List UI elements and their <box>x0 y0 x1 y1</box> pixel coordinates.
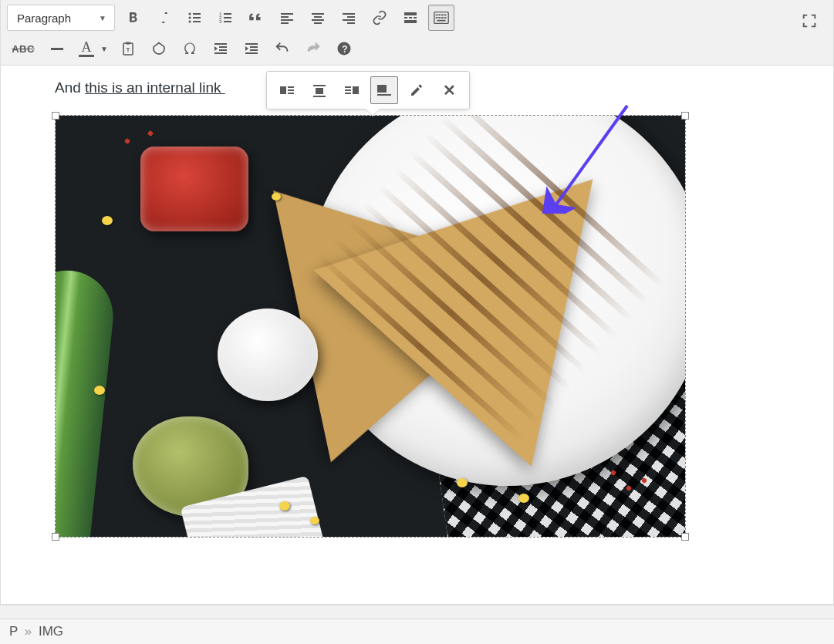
svg-rect-21 <box>347 16 355 18</box>
svg-rect-4 <box>193 17 201 19</box>
pencil-icon <box>409 83 424 98</box>
internal-link[interactable]: this is an internal link <box>85 79 225 96</box>
svg-rect-17 <box>314 16 322 18</box>
svg-rect-58 <box>316 88 323 94</box>
omega-icon <box>182 41 198 56</box>
resize-handle-bottom-right[interactable] <box>681 533 689 541</box>
svg-rect-19 <box>314 22 322 24</box>
svg-rect-43 <box>214 43 227 45</box>
indent-button[interactable] <box>238 35 265 62</box>
strikethrough-button[interactable]: ABC <box>7 35 39 62</box>
svg-rect-23 <box>347 22 355 24</box>
clear-formatting-button[interactable] <box>146 35 172 62</box>
image-inline-toolbar: ✕ <box>266 71 470 110</box>
img-remove-button[interactable]: ✕ <box>435 76 463 104</box>
help-icon: ? <box>336 41 352 56</box>
fullscreen-button[interactable] <box>796 8 822 34</box>
svg-rect-10 <box>224 17 231 19</box>
img-align-left-button[interactable] <box>273 76 301 104</box>
svg-rect-50 <box>245 52 258 54</box>
indent-icon <box>244 41 259 56</box>
bulleted-list-button[interactable] <box>181 5 208 31</box>
svg-rect-44 <box>219 46 227 48</box>
svg-point-1 <box>188 16 191 19</box>
resize-handle-top-right[interactable] <box>681 112 689 120</box>
img-edit-button[interactable] <box>403 76 431 104</box>
svg-rect-27 <box>414 17 417 19</box>
text-color-button[interactable]: A <box>75 35 98 62</box>
editor-content[interactable]: And this is an internal link e. ✕ <box>1 65 833 605</box>
italic-button[interactable] <box>150 5 177 31</box>
read-more-button[interactable] <box>397 5 424 31</box>
blockquote-icon <box>248 9 265 26</box>
italic-icon <box>156 10 171 25</box>
svg-rect-5 <box>193 21 201 22</box>
read-more-icon <box>403 10 418 25</box>
bold-button[interactable] <box>120 5 146 31</box>
paragraph-before: And <box>55 79 85 96</box>
svg-rect-38 <box>437 20 446 22</box>
svg-rect-53 <box>280 86 286 94</box>
svg-rect-35 <box>438 17 441 19</box>
svg-rect-64 <box>377 85 387 93</box>
paste-text-button[interactable]: T <box>115 35 141 62</box>
horizontal-rule-button[interactable] <box>44 35 70 62</box>
undo-icon <box>274 40 291 57</box>
align-right-button[interactable] <box>336 5 362 31</box>
outdent-icon <box>213 41 228 56</box>
svg-point-0 <box>188 12 191 15</box>
link-icon <box>372 10 387 25</box>
img-align-right-button[interactable] <box>338 76 366 104</box>
insert-link-button[interactable] <box>366 5 393 31</box>
svg-rect-57 <box>313 85 326 86</box>
blockquote-button[interactable] <box>243 5 269 31</box>
text-color-dropdown[interactable]: ▼ <box>98 35 110 62</box>
block-format-select[interactable]: Paragraph <box>7 5 115 31</box>
resize-handle-top-left[interactable] <box>52 112 59 120</box>
svg-rect-39 <box>51 48 63 50</box>
align-left-icon <box>279 10 295 25</box>
img-align-none-button[interactable] <box>370 76 398 104</box>
align-right-icon <box>341 10 356 25</box>
svg-rect-18 <box>312 19 324 21</box>
element-path-bar: P » IMG <box>0 619 834 644</box>
svg-rect-16 <box>312 13 324 15</box>
svg-rect-13 <box>281 16 289 18</box>
path-img[interactable]: IMG <box>39 624 63 639</box>
undo-button[interactable] <box>269 35 295 62</box>
numbered-list-icon: 123 <box>218 10 233 25</box>
svg-text:?: ? <box>342 44 347 55</box>
image-content <box>56 116 685 537</box>
svg-rect-11 <box>224 21 231 22</box>
svg-rect-56 <box>288 93 294 94</box>
img-align-center-button[interactable] <box>306 76 333 104</box>
toolbar-toggle-button[interactable] <box>428 5 454 31</box>
svg-text:3: 3 <box>219 19 222 24</box>
align-left-button[interactable] <box>274 5 300 31</box>
help-button[interactable]: ? <box>331 35 357 62</box>
align-center-icon <box>310 10 326 25</box>
redo-button[interactable] <box>300 35 326 62</box>
img-align-left-icon <box>279 82 295 99</box>
svg-rect-59 <box>313 96 326 97</box>
img-align-right-icon <box>343 82 360 99</box>
svg-rect-32 <box>441 14 444 15</box>
numbered-list-button[interactable]: 123 <box>212 5 238 31</box>
align-center-button[interactable] <box>305 5 331 31</box>
special-character-button[interactable] <box>177 35 203 62</box>
svg-rect-48 <box>250 46 258 48</box>
svg-rect-47 <box>245 43 258 45</box>
img-align-center-icon <box>311 82 328 99</box>
svg-rect-25 <box>404 17 407 19</box>
selected-image[interactable] <box>55 115 686 538</box>
svg-rect-61 <box>345 86 351 88</box>
svg-rect-14 <box>281 19 293 21</box>
svg-rect-24 <box>404 12 417 15</box>
path-p[interactable]: P <box>9 624 18 639</box>
text-color-icon: A <box>82 40 92 54</box>
svg-rect-45 <box>219 49 227 51</box>
strikethrough-icon: ABC <box>12 43 35 55</box>
svg-rect-31 <box>438 14 441 15</box>
outdent-button[interactable] <box>208 35 234 62</box>
resize-handle-bottom-left[interactable] <box>52 533 59 541</box>
